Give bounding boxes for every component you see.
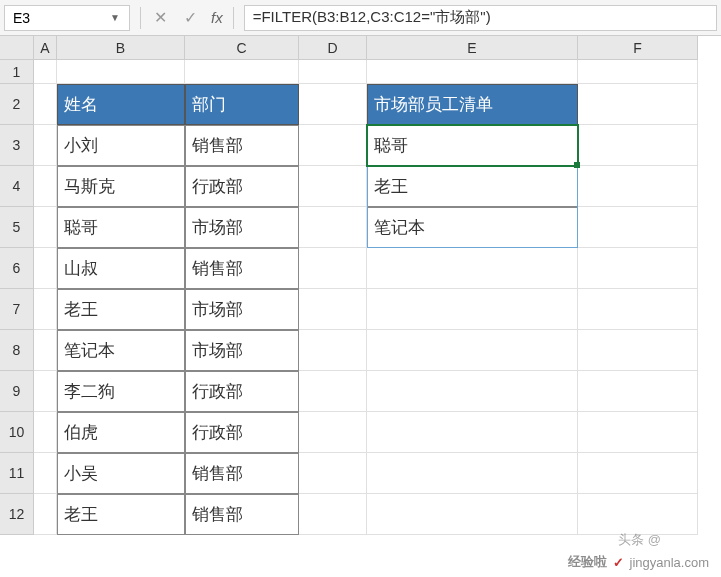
row-header[interactable]: 2 [0,84,34,125]
cell[interactable] [367,289,578,330]
name-box-dropdown[interactable]: ▼ [105,12,125,23]
table-cell[interactable]: 行政部 [185,371,299,412]
column-header[interactable]: D [299,36,367,60]
table-cell[interactable]: 李二狗 [57,371,185,412]
cell[interactable] [367,494,578,535]
row-header[interactable]: 8 [0,330,34,371]
confirm-icon[interactable]: ✓ [181,8,199,27]
check-icon: ✓ [613,555,624,570]
table-cell[interactable]: 小刘 [57,125,185,166]
cell[interactable] [367,453,578,494]
cell[interactable] [578,60,698,84]
cell[interactable] [299,166,367,207]
row-header[interactable]: 4 [0,166,34,207]
cell[interactable] [299,453,367,494]
row-header[interactable]: 12 [0,494,34,535]
watermark: 经验啦 ✓ jingyanla.com [568,553,710,571]
cell[interactable] [367,330,578,371]
cell[interactable] [299,330,367,371]
table-cell[interactable]: 笔记本 [57,330,185,371]
table-header[interactable]: 市场部员工清单 [367,84,578,125]
cell[interactable] [34,84,57,125]
table-cell[interactable]: 马斯克 [57,166,185,207]
table-cell[interactable]: 小吴 [57,453,185,494]
cell[interactable] [578,207,698,248]
cell[interactable] [34,207,57,248]
cell[interactable] [34,371,57,412]
table-cell[interactable]: 行政部 [185,166,299,207]
cell[interactable] [578,289,698,330]
fx-icon[interactable]: fx [211,9,223,26]
table-cell[interactable]: 销售部 [185,248,299,289]
row-header[interactable]: 10 [0,412,34,453]
table-cell[interactable]: 老王 [57,494,185,535]
cell[interactable] [299,125,367,166]
table-cell[interactable]: 伯虎 [57,412,185,453]
table-header[interactable]: 姓名 [57,84,185,125]
cell[interactable] [578,330,698,371]
cell[interactable] [299,60,367,84]
cell[interactable] [185,60,299,84]
cell[interactable] [367,60,578,84]
table-cell[interactable]: 山叔 [57,248,185,289]
cell[interactable] [578,412,698,453]
column-header[interactable]: B [57,36,185,60]
formula-bar[interactable]: =FILTER(B3:B12,C3:C12="市场部") [244,5,717,31]
cell[interactable] [299,84,367,125]
table-cell[interactable]: 行政部 [185,412,299,453]
cell[interactable] [367,371,578,412]
name-box[interactable] [5,6,105,30]
select-all-corner[interactable] [0,36,34,60]
table-cell[interactable]: 销售部 [185,125,299,166]
table-cell[interactable]: 老王 [57,289,185,330]
cell[interactable] [578,371,698,412]
cell[interactable] [578,84,698,125]
cell[interactable] [578,494,698,535]
cell[interactable] [367,412,578,453]
fill-handle[interactable] [574,162,580,168]
cell[interactable] [34,453,57,494]
table-cell[interactable]: 聪哥 [57,207,185,248]
cell[interactable] [34,289,57,330]
cell[interactable] [299,289,367,330]
table-cell[interactable]: 销售部 [185,453,299,494]
cell[interactable] [578,166,698,207]
table-cell[interactable]: 销售部 [185,494,299,535]
row-header[interactable]: 1 [0,60,34,84]
cell[interactable] [34,125,57,166]
row-header[interactable]: 3 [0,125,34,166]
table-cell[interactable]: 市场部 [185,330,299,371]
cell[interactable] [578,453,698,494]
cell[interactable] [299,371,367,412]
table-cell[interactable]: 市场部 [185,289,299,330]
table-cell[interactable]: 市场部 [185,207,299,248]
result-cell[interactable]: 老王 [367,166,578,207]
row-header[interactable]: 7 [0,289,34,330]
row-header[interactable]: 9 [0,371,34,412]
column-header[interactable]: F [578,36,698,60]
column-header[interactable]: E [367,36,578,60]
result-cell[interactable]: 笔记本 [367,207,578,248]
cell[interactable] [34,248,57,289]
row-header[interactable]: 6 [0,248,34,289]
cell[interactable] [299,494,367,535]
cell[interactable] [34,494,57,535]
row-header[interactable]: 11 [0,453,34,494]
cell[interactable] [34,412,57,453]
table-header[interactable]: 部门 [185,84,299,125]
cell[interactable] [299,207,367,248]
cell[interactable] [367,248,578,289]
selected-cell[interactable] [367,125,578,166]
cell[interactable] [34,60,57,84]
column-header[interactable]: A [34,36,57,60]
cell[interactable] [299,248,367,289]
cancel-icon[interactable]: ✕ [151,8,169,27]
column-header[interactable]: C [185,36,299,60]
cell[interactable] [578,248,698,289]
cell[interactable] [57,60,185,84]
row-header[interactable]: 5 [0,207,34,248]
cell[interactable] [578,125,698,166]
cell[interactable] [34,166,57,207]
cell[interactable] [299,412,367,453]
cell[interactable] [34,330,57,371]
